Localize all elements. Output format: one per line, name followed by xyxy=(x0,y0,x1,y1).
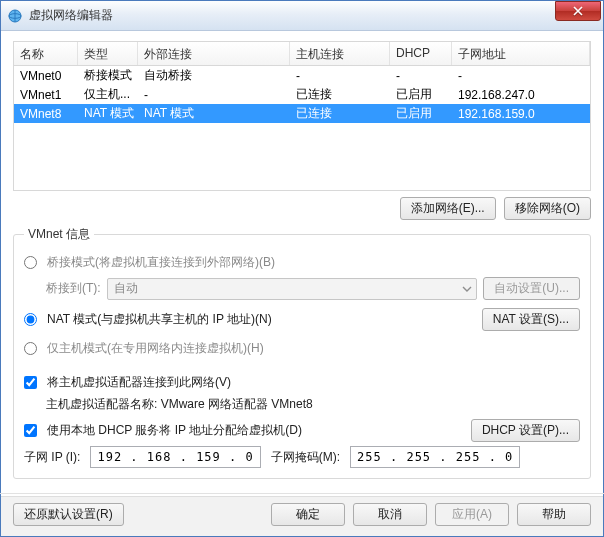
col-host[interactable]: 主机连接 xyxy=(290,42,390,65)
nat-label: NAT 模式(与虚拟机共享主机的 IP 地址)(N) xyxy=(47,311,272,328)
table-cell: - xyxy=(452,67,590,85)
table-cell: NAT 模式 xyxy=(138,103,290,124)
help-button[interactable]: 帮助 xyxy=(517,503,591,526)
dhcp-label: 使用本地 DHCP 服务将 IP 地址分配给虚拟机(D) xyxy=(47,422,302,439)
dialog-body: 名称 类型 外部连接 主机连接 DHCP 子网地址 VMnet0桥接模式自动桥接… xyxy=(1,31,603,487)
col-dhcp[interactable]: DHCP xyxy=(390,42,452,65)
hostonly-label: 仅主机模式(在专用网络内连接虚拟机)(H) xyxy=(47,340,264,357)
table-cell: 已连接 xyxy=(290,84,390,105)
table-row[interactable]: VMnet8NAT 模式NAT 模式已连接已启用192.168.159.0 xyxy=(14,104,590,123)
bridged-label: 桥接模式(将虚拟机直接连接到外部网络)(B) xyxy=(47,254,275,271)
vmnet-info-legend: VMnet 信息 xyxy=(24,226,94,243)
subnet-mask-input[interactable]: 255 . 255 . 255 . 0 xyxy=(350,446,520,468)
table-cell: VMnet0 xyxy=(14,67,78,85)
col-name[interactable]: 名称 xyxy=(14,42,78,65)
table-cell: 192.168.159.0 xyxy=(452,105,590,123)
auto-settings-button: 自动设置(U)... xyxy=(483,277,580,300)
network-buttons: 添加网络(E)... 移除网络(O) xyxy=(13,197,591,220)
col-type[interactable]: 类型 xyxy=(78,42,138,65)
chevron-down-icon xyxy=(462,283,472,297)
bridged-radio[interactable] xyxy=(24,256,37,269)
table-cell: - xyxy=(138,86,290,104)
subnet-mask-label: 子网掩码(M): xyxy=(271,449,340,466)
table-header: 名称 类型 外部连接 主机连接 DHCP 子网地址 xyxy=(14,42,590,66)
table-cell: 已启用 xyxy=(390,103,452,124)
hostonly-radio[interactable] xyxy=(24,342,37,355)
host-adapter-name: 主机虚拟适配器名称: VMware 网络适配器 VMnet8 xyxy=(46,396,313,413)
ok-button[interactable]: 确定 xyxy=(271,503,345,526)
table-body: VMnet0桥接模式自动桥接---VMnet1仅主机...-已连接已启用192.… xyxy=(14,66,590,123)
table-cell: 已启用 xyxy=(390,84,452,105)
table-cell: - xyxy=(290,67,390,85)
vmnet-info-group: VMnet 信息 桥接模式(将虚拟机直接连接到外部网络)(B) 桥接到(T): … xyxy=(13,226,591,479)
virtual-network-editor-window: 虚拟网络编辑器 名称 类型 外部连接 主机连接 DHCP 子网地址 VMnet0… xyxy=(0,0,604,537)
restore-defaults-button[interactable]: 还原默认设置(R) xyxy=(13,503,124,526)
remove-network-button[interactable]: 移除网络(O) xyxy=(504,197,591,220)
col-subnet[interactable]: 子网地址 xyxy=(452,42,590,65)
subnet-ip-label: 子网 IP (I): xyxy=(24,449,80,466)
table-cell: NAT 模式 xyxy=(78,103,138,124)
subnet-ip-input[interactable]: 192 . 168 . 159 . 0 xyxy=(90,446,260,468)
dhcp-checkbox[interactable] xyxy=(24,424,37,437)
add-network-button[interactable]: 添加网络(E)... xyxy=(400,197,496,220)
bridged-to-label: 桥接到(T): xyxy=(46,280,101,297)
bridged-to-value: 自动 xyxy=(114,280,138,297)
titlebar: 虚拟网络编辑器 xyxy=(1,1,603,31)
network-table[interactable]: 名称 类型 外部连接 主机连接 DHCP 子网地址 VMnet0桥接模式自动桥接… xyxy=(13,41,591,191)
col-external[interactable]: 外部连接 xyxy=(138,42,290,65)
nat-settings-button[interactable]: NAT 设置(S)... xyxy=(482,308,580,331)
app-icon xyxy=(7,8,23,24)
table-cell: - xyxy=(390,67,452,85)
table-row[interactable]: VMnet1仅主机...-已连接已启用192.168.247.0 xyxy=(14,85,590,104)
table-cell: VMnet8 xyxy=(14,105,78,123)
window-title: 虚拟网络编辑器 xyxy=(29,7,555,24)
table-cell: 自动桥接 xyxy=(138,65,290,86)
dialog-footer: 还原默认设置(R) 确定 取消 应用(A) 帮助 xyxy=(1,496,603,536)
host-adapter-checkbox[interactable] xyxy=(24,376,37,389)
cancel-button[interactable]: 取消 xyxy=(353,503,427,526)
separator xyxy=(0,493,604,494)
table-cell: VMnet1 xyxy=(14,86,78,104)
dhcp-settings-button[interactable]: DHCP 设置(P)... xyxy=(471,419,580,442)
table-cell: 已连接 xyxy=(290,103,390,124)
nat-radio[interactable] xyxy=(24,313,37,326)
table-cell: 仅主机... xyxy=(78,84,138,105)
table-cell: 192.168.247.0 xyxy=(452,86,590,104)
bridged-to-combo: 自动 xyxy=(107,278,478,300)
table-row[interactable]: VMnet0桥接模式自动桥接--- xyxy=(14,66,590,85)
apply-button: 应用(A) xyxy=(435,503,509,526)
close-button[interactable] xyxy=(555,1,601,21)
host-adapter-label: 将主机虚拟适配器连接到此网络(V) xyxy=(47,374,231,391)
table-cell: 桥接模式 xyxy=(78,65,138,86)
